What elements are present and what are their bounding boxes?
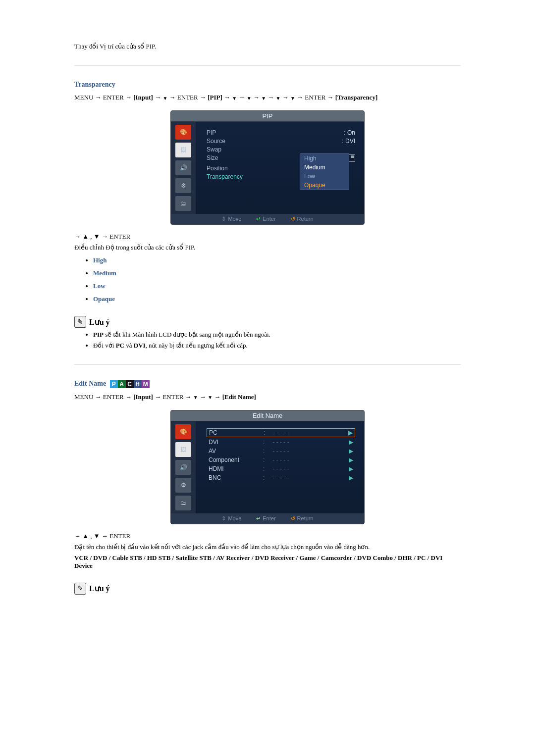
pip-row-value: : On [344,129,355,136]
position-intro-text: Thay đổi Vị trí của cửa sổ PIP. [74,43,461,50]
nav-enter: ENTER [305,94,325,101]
multi-icon: 🗂 [175,496,191,510]
picture-icon: 🖼 [175,442,191,457]
editname-row-component[interactable]: Component:- - - - -▶ [207,456,355,464]
transparency-heading: Transparency [74,81,461,89]
transparency-nav-path: MENU → ENTER → [Input] → → ENTER → [PIP]… [74,94,461,101]
editname-row-av[interactable]: AV:- - - - -▶ [207,447,355,455]
mode-badge-h: H [134,380,142,388]
note-icon: ✎ [74,316,86,328]
right-arrow-icon: ▶ [349,474,353,481]
transparency-desc: Điều chỉnh Độ trong suốt của các cửa sổ … [74,244,461,252]
transparency-row-label: Transparency [207,173,243,180]
nav-input: [Input] [133,94,153,101]
list-item: Medium [93,269,461,277]
right-arrow-icon: ▶ [349,439,353,446]
osd-return-hint: Return [291,515,314,522]
list-item: Low [93,282,461,290]
note-icon: ✎ [74,583,86,595]
transparency-option-high[interactable]: High [300,154,349,163]
divider [74,65,461,66]
mode-badges: PACHM [110,380,150,388]
osd-return-hint: Return [291,216,314,222]
editname-row-pc[interactable]: PC:- - - - -▶ [207,428,355,437]
input-icon: 🎨 [175,424,191,439]
transparency-option-medium[interactable]: Medium [300,163,349,172]
editname-device-list: VCR / DVD / Cable STB / HD STB / Satelli… [74,554,461,570]
transparency-option-opaque[interactable]: Opaque [300,181,349,190]
editname-heading: Edit Name PACHM [74,380,461,388]
transparency-post-nav: → ▲ , ▼ → ENTER [74,233,461,241]
nav-enter: ENTER [162,393,183,401]
sound-icon: 🔊 [175,160,191,175]
nav-enter: ENTER [103,393,124,401]
sound-icon: 🔊 [175,460,191,475]
nav-input: [Input] [133,393,153,401]
osd-enter-hint: Enter [256,515,275,522]
down-arrow-icon [232,94,237,101]
swap-row-label: Swap [207,146,221,153]
divider [74,364,461,365]
list-item: High [93,256,461,264]
osd-footer: Move Enter Return [171,214,364,224]
mode-badge-p: P [110,380,118,388]
note-heading: ✎ Lưu ý [74,316,461,328]
osd-footer: Move Enter Return [171,513,364,524]
mode-badge-c: C [126,380,134,388]
down-arrow-icon [290,94,295,101]
osd-move-hint: Move [221,216,241,222]
position-row-label: Position [207,165,228,172]
transparency-option-low[interactable]: Low [300,172,349,181]
down-arrow-icon [247,94,252,101]
setup-icon: ⚙ [175,178,191,193]
input-icon: 🎨 [175,125,191,140]
mode-badge-m: M [142,380,150,388]
nav-transparency: [Transparency] [335,94,377,101]
editname-row-hdmi[interactable]: HDMI:- - - - -▶ [207,465,355,473]
transparency-notes-list: PIP sẽ tắt khi Màn hình LCD được bật san… [84,331,461,350]
size-row-label: Size [207,154,218,163]
list-item: Opaque [93,295,461,303]
source-row-value: : DVI [342,138,355,145]
right-arrow-icon: ▶ [349,448,353,454]
editname-osd-title: Edit Name [171,410,364,421]
right-arrow-icon: ▶ [349,465,353,472]
setup-icon: ⚙ [175,478,191,493]
pip-osd-panel: PIP 🎨 🖼 🔊 ⚙ 🗂 PIP: On Source: DVI Swap S… [170,110,365,225]
mode-badge-a: A [118,380,126,388]
nav-pip: [PIP] [208,94,222,101]
down-arrow-icon [193,393,198,401]
nav-menu: MENU [74,393,93,401]
nav-editname: [Edit Name] [222,393,256,401]
editname-desc: Đặt tên cho thiết bị đầu vào kết nối với… [74,543,461,551]
nav-menu: MENU [74,94,93,101]
right-arrow-icon: ▶ [348,429,353,436]
transparency-dropdown[interactable]: High Medium Low Opaque [300,153,349,190]
osd-icon-column: 🎨 🖼 🔊 ⚙ 🗂 [171,122,196,214]
osd-enter-hint: Enter [256,216,275,222]
pip-osd-title: PIP [171,111,364,122]
note-title: Lưu ý [89,317,110,327]
picture-icon: 🖼 [175,143,191,157]
down-arrow-icon [208,393,213,401]
right-arrow-icon: ▶ [349,456,353,463]
editname-row-bnc[interactable]: BNC:- - - - -▶ [207,474,355,482]
editname-nav-path: MENU → ENTER → [Input] → ENTER → → → [Ed… [74,393,461,401]
pip-row-label: PIP [207,129,216,136]
down-arrow-icon [276,94,281,101]
transparency-options-list: High Medium Low Opaque [84,256,461,303]
nav-enter: ENTER [177,94,198,101]
note-heading: ✎ Lưu ý [74,583,461,595]
multi-icon: 🗂 [175,196,191,211]
down-arrow-icon [261,94,266,101]
editname-row-dvi[interactable]: DVI:- - - - -▶ [207,438,355,446]
editname-osd-panel: Edit Name 🎨 🖼 🔊 ⚙ 🗂 PC:- - - - -▶ DVI:- … [170,410,365,524]
osd-icon-column: 🎨 🖼 🔊 ⚙ 🗂 [171,421,196,513]
list-item: PIP sẽ tắt khi Màn hình LCD được bật san… [93,331,461,339]
editname-post-nav: → ▲ , ▼ → ENTER [74,532,461,540]
osd-move-hint: Move [221,515,241,522]
list-item: Đối với PC và DVI, nút này bị tắt nếu ng… [93,342,461,350]
down-arrow-icon [162,94,167,101]
source-row-label: Source [207,138,225,145]
note-title: Lưu ý [89,584,110,593]
